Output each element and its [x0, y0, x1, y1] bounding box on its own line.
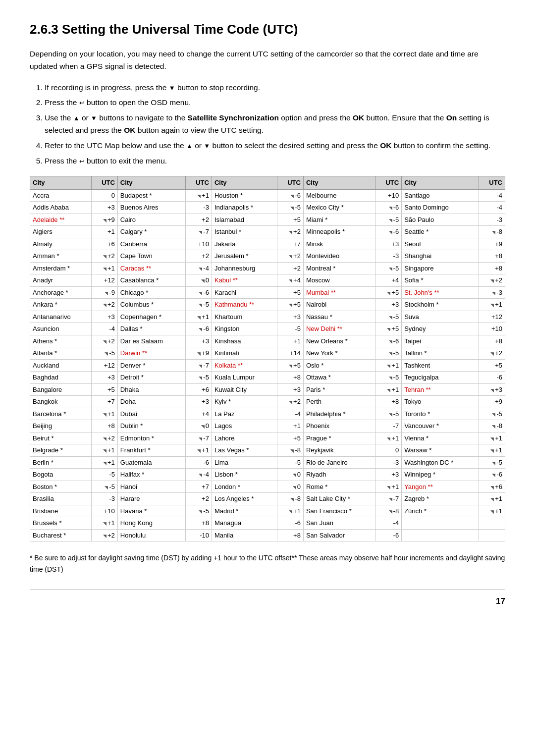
table-row: ◥-5: [91, 347, 117, 360]
table-row: [479, 529, 505, 541]
table-row: +3: [91, 372, 117, 384]
table-row: Hong Kong: [117, 517, 185, 530]
table-row: New York *: [303, 347, 375, 360]
table-row: Johannesburg: [212, 262, 277, 274]
table-row: Adelaide **: [30, 214, 92, 226]
table-row: ◥+1: [479, 505, 505, 517]
table-row: Bangalore: [30, 383, 92, 396]
table-row: San Francisco *: [303, 505, 375, 517]
table-row: ◥-8: [479, 226, 505, 238]
table-row: Lahore: [212, 432, 277, 444]
table-row: Lima: [212, 456, 277, 469]
table-row: ◥+5: [375, 323, 401, 335]
table-row: Montreal *: [303, 262, 375, 274]
table-row: ◥-5: [375, 214, 401, 226]
table-row: +5: [479, 359, 505, 372]
col-header-utc-3: UTC: [277, 176, 303, 190]
table-row: Auckland: [30, 359, 92, 372]
table-row: -6: [479, 372, 505, 384]
table-row: ◥+9: [185, 347, 212, 360]
table-row: Amsterdam *: [30, 262, 92, 274]
table-row: Singapore: [402, 262, 479, 274]
table-row: Anadyr: [30, 274, 92, 287]
table-row: Budapest *: [117, 189, 185, 202]
table-row: Frankfurt *: [117, 444, 185, 457]
table-row: Zürich *: [402, 505, 479, 517]
table-row: ◥+4: [277, 274, 303, 287]
table-row: -5: [277, 456, 303, 469]
footnote: * Be sure to adjust for daylight saving …: [30, 552, 505, 575]
table-row: Montevideo: [303, 250, 375, 263]
table-row: Yangon **: [402, 481, 479, 493]
table-row: +10: [185, 238, 212, 250]
table-row: Paris *: [303, 383, 375, 396]
table-row: Prague *: [303, 432, 375, 444]
table-row: ◥-6: [185, 286, 212, 299]
col-header-city-4: City: [303, 176, 375, 190]
table-row: Seoul: [402, 238, 479, 250]
table-row: Tokyo: [402, 396, 479, 408]
table-row: Islamabad: [212, 214, 277, 226]
table-row: Caracas **: [117, 262, 185, 274]
table-row: Nassau *: [303, 311, 375, 323]
table-row: +2: [185, 493, 212, 505]
table-row: Kuala Lumpur: [212, 372, 277, 384]
table-row: ◥+9: [91, 214, 117, 226]
page-number: 17: [30, 595, 505, 608]
table-row: Chicago *: [117, 286, 185, 299]
table-row: St. John's **: [402, 286, 479, 299]
step-4: Refer to the UTC Map below and use the ▲…: [45, 140, 505, 152]
table-row: ◥+5: [277, 299, 303, 311]
table-row: ◥-5: [375, 372, 401, 384]
table-row: +1: [91, 226, 117, 238]
table-row: Boston *: [30, 481, 92, 493]
table-row: ◥+2: [91, 335, 117, 347]
table-row: -3: [91, 493, 117, 505]
table-row: Casablanca *: [117, 274, 185, 287]
table-row: +7: [277, 238, 303, 250]
table-row: +8: [277, 372, 303, 384]
table-row: Shanghai: [402, 250, 479, 263]
table-row: Moscow: [303, 274, 375, 287]
table-row: ◥-4: [185, 262, 212, 274]
divider: [30, 590, 505, 590]
table-row: ◥-5: [479, 456, 505, 469]
table-row: -5: [277, 323, 303, 335]
table-row: Vienna *: [402, 432, 479, 444]
table-row: ◥+1: [91, 262, 117, 274]
table-row: ◥0: [277, 469, 303, 481]
table-row: ◥-4: [185, 469, 212, 481]
table-row: Ankara *: [30, 299, 92, 311]
table-row: Detroit *: [117, 372, 185, 384]
intro-text: Depending on your location, you may need…: [30, 48, 505, 73]
table-row: Cape Town: [117, 250, 185, 263]
table-row: Manila: [212, 529, 277, 541]
table-row: Athens *: [30, 335, 92, 347]
table-row: ◥+1: [375, 383, 401, 396]
table-row: +9: [479, 238, 505, 250]
table-row: ◥-5: [185, 505, 212, 517]
table-row: ◥+2: [91, 250, 117, 263]
table-row: +5: [277, 432, 303, 444]
table-row: Jerusalem *: [212, 250, 277, 263]
table-row: Beirut *: [30, 432, 92, 444]
table-row: Honolulu: [117, 529, 185, 541]
table-row: Buenos Aires: [117, 202, 185, 214]
table-row: Dublin *: [117, 420, 185, 432]
table-row: Minsk: [303, 238, 375, 250]
table-row: ◥+2: [479, 347, 505, 360]
table-row: -3: [375, 456, 401, 469]
table-row: Kabul **: [212, 274, 277, 287]
table-row: Managua: [212, 517, 277, 530]
table-row: ◥-3: [479, 286, 505, 299]
table-row: Addis Ababa: [30, 202, 92, 214]
table-row: ◥+1: [91, 408, 117, 420]
step-3: Use the ▲ or ▼ buttons to navigate to th…: [45, 112, 505, 137]
table-row: +12: [91, 274, 117, 287]
step-1: If recording is in progress, press the ▼…: [45, 82, 505, 94]
table-row: ◥-7: [375, 493, 401, 505]
table-row: ◥-8: [277, 493, 303, 505]
table-row: -4: [375, 517, 401, 530]
table-row: ◥-5: [185, 299, 212, 311]
table-row: Hanoi: [117, 481, 185, 493]
